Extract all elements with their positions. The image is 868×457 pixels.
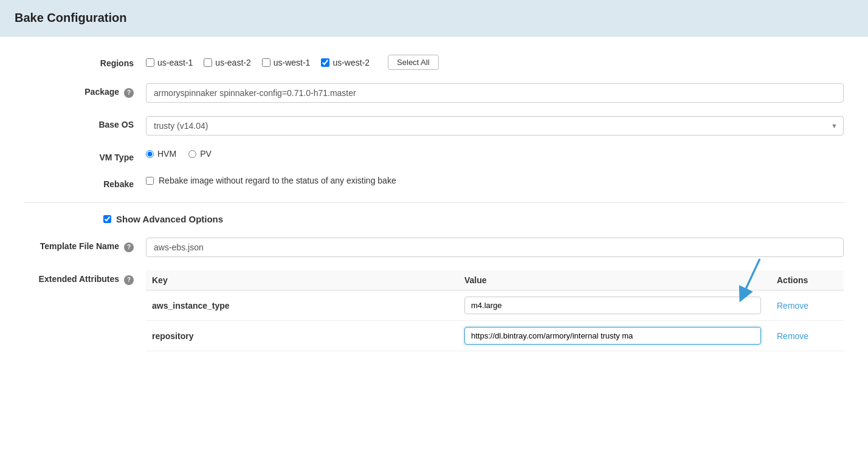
regions-control: us-east-1 us-east-2 us-west-1 us-west-2 … <box>146 55 844 70</box>
region-us-west-2[interactable]: us-west-2 <box>321 58 370 67</box>
region-us-east-1-label: us-east-1 <box>157 58 193 67</box>
regions-checkboxes: us-east-1 us-east-2 us-west-1 us-west-2 … <box>146 55 439 70</box>
ext-attrs-actions-0: Remove <box>777 301 838 311</box>
package-label: Package <box>84 87 119 97</box>
rebake-description: Rebake image without regard to the statu… <box>159 176 396 185</box>
extended-attributes-label-wrapper: Extended Attributes ? <box>24 270 146 285</box>
vm-type-hvm-label: HVM <box>157 149 176 159</box>
select-all-button[interactable]: Select All <box>388 55 438 70</box>
region-us-west-2-checkbox[interactable] <box>321 58 329 67</box>
ext-attrs-col-actions: Actions <box>777 275 838 285</box>
template-file-name-label-wrapper: Template File Name ? <box>24 238 146 252</box>
base-os-control: trusty (v14.04) xenial (v16.04) bionic (… <box>146 116 844 136</box>
rebake-checkbox-row: Rebake image without regard to the statu… <box>146 176 396 185</box>
page-header: Bake Configuration <box>0 0 868 36</box>
ext-attrs-row-0: aws_instance_type <box>146 290 844 321</box>
package-label-wrapper: Package ? <box>24 83 146 98</box>
ext-attrs-value-input-0[interactable] <box>464 297 761 314</box>
package-control <box>146 83 844 103</box>
template-file-name-help-icon[interactable]: ? <box>124 242 134 252</box>
ext-attrs-value-1 <box>464 327 777 345</box>
vm-type-pv-radio[interactable] <box>188 150 196 158</box>
vm-type-pv-label: PV <box>200 149 212 159</box>
ext-attrs-row-1: repository Remove <box>146 321 844 351</box>
advanced-options-label: Show Advanced Options <box>116 214 223 224</box>
package-help-icon[interactable]: ? <box>124 88 134 98</box>
advanced-options-checkbox[interactable] <box>103 215 111 223</box>
package-input[interactable] <box>146 83 844 103</box>
extended-attributes-label: Extended Attributes <box>39 274 120 284</box>
template-file-name-control <box>146 238 844 257</box>
base-os-select[interactable]: trusty (v14.04) xenial (v16.04) bionic (… <box>146 116 844 136</box>
rebake-control: Rebake image without regard to the statu… <box>146 176 844 185</box>
region-us-east-1-checkbox[interactable] <box>146 58 154 67</box>
region-us-east-2[interactable]: us-east-2 <box>204 58 250 67</box>
vm-type-hvm[interactable]: HVM <box>146 149 176 159</box>
ext-attrs-col-key: Key <box>152 275 464 285</box>
vm-type-row: VM Type HVM PV <box>24 149 844 162</box>
extended-attributes-control: Key Value Actions aws_instance_type <box>146 270 844 351</box>
region-us-east-2-label: us-east-2 <box>215 58 250 67</box>
region-us-west-1-checkbox[interactable] <box>262 58 270 67</box>
vm-type-label: VM Type <box>24 149 146 162</box>
region-us-west-1-label: us-west-1 <box>274 58 311 67</box>
base-os-select-wrapper: trusty (v14.04) xenial (v16.04) bionic (… <box>146 116 844 136</box>
region-us-west-2-label: us-west-2 <box>332 58 370 67</box>
package-row: Package ? <box>24 83 844 103</box>
ext-attrs-value-0 <box>464 297 777 314</box>
ext-attrs-col-value: Value <box>464 275 777 285</box>
template-file-name-input[interactable] <box>146 238 844 257</box>
regions-label: Regions <box>24 55 146 68</box>
page-title: Bake Configuration <box>15 11 853 25</box>
extended-attributes-help-icon[interactable]: ? <box>124 275 134 285</box>
region-us-east-2-checkbox[interactable] <box>204 58 212 67</box>
ext-attrs-value-input-1[interactable] <box>464 327 761 345</box>
base-os-row: Base OS trusty (v14.04) xenial (v16.04) … <box>24 116 844 136</box>
vm-type-radio-group: HVM PV <box>146 149 212 159</box>
region-us-east-1[interactable]: us-east-1 <box>146 58 193 67</box>
ext-attrs-actions-1: Remove <box>777 331 838 341</box>
section-divider <box>24 202 844 203</box>
base-os-label: Base OS <box>24 116 146 129</box>
advanced-options-row: Show Advanced Options <box>24 214 844 224</box>
vm-type-pv[interactable]: PV <box>188 149 212 159</box>
extended-attributes-row: Extended Attributes ? Key Value Actions … <box>24 270 844 351</box>
region-us-west-1[interactable]: us-west-1 <box>262 58 311 67</box>
ext-attrs-key-0: aws_instance_type <box>152 301 464 311</box>
template-file-name-row: Template File Name ? <box>24 238 844 257</box>
extended-attributes-table: Key Value Actions aws_instance_type <box>146 270 844 351</box>
extended-attributes-header: Key Value Actions <box>146 270 844 290</box>
content-area: Regions us-east-1 us-east-2 us-west-1 us… <box>0 36 868 457</box>
rebake-row: Rebake Rebake image without regard to th… <box>24 176 844 189</box>
ext-attrs-remove-button-1[interactable]: Remove <box>777 331 808 341</box>
ext-attrs-key-1: repository <box>152 331 464 341</box>
rebake-label: Rebake <box>24 176 146 189</box>
template-file-name-label: Template File Name <box>40 241 119 251</box>
ext-attrs-remove-button-0[interactable]: Remove <box>777 301 808 311</box>
regions-row: Regions us-east-1 us-east-2 us-west-1 us… <box>24 55 844 70</box>
vm-type-control: HVM PV <box>146 149 844 159</box>
rebake-checkbox[interactable] <box>146 177 154 185</box>
vm-type-hvm-radio[interactable] <box>146 150 154 158</box>
